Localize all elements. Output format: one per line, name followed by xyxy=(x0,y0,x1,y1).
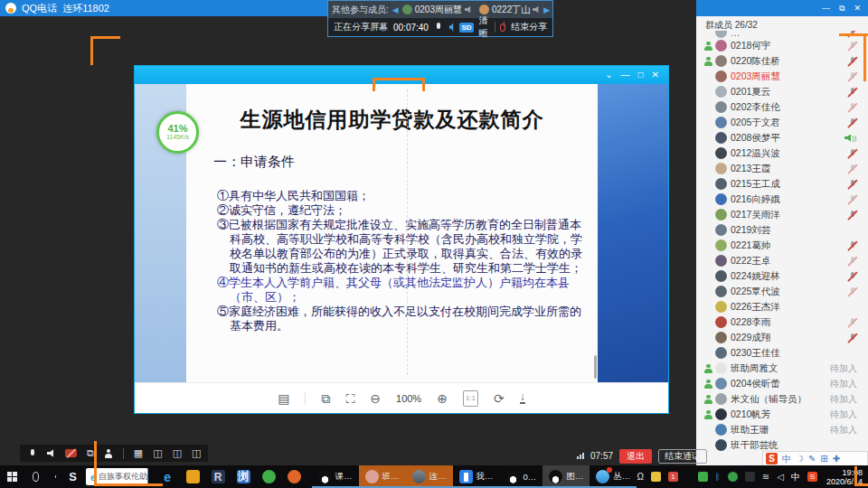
extract-text-icon[interactable]: ⧉ xyxy=(321,392,330,405)
edge-icon[interactable]: e xyxy=(161,470,175,483)
member-row[interactable]: 班助周雅文待加入 xyxy=(696,361,868,376)
mic-muted-icon[interactable] xyxy=(847,256,857,267)
taskbar-window-photo[interactable]: 连… xyxy=(406,465,453,488)
camera-off-icon[interactable] xyxy=(65,449,77,457)
green-dot-icon[interactable] xyxy=(728,472,738,482)
sogou-icon[interactable]: S xyxy=(807,472,817,482)
sogou-logo-icon[interactable]: S xyxy=(766,453,778,465)
close-button[interactable]: ✕ xyxy=(652,70,659,80)
r-app-icon[interactable]: R xyxy=(212,470,225,483)
notification-bell-icon[interactable]: Ω xyxy=(637,473,643,482)
mic-muted-icon[interactable] xyxy=(847,333,857,343)
mic-icon[interactable] xyxy=(434,22,444,33)
close-button[interactable]: ✕ xyxy=(854,5,861,13)
member-row[interactable]: 0221葛帅 xyxy=(696,238,868,253)
member-row[interactable]: 0220陈佳桥 xyxy=(696,53,868,69)
pinned-s-app-icon[interactable]: S xyxy=(69,470,77,483)
start-button[interactable] xyxy=(7,472,13,483)
member-row[interactable]: 0210帆芳待加入 xyxy=(696,407,868,422)
mic-muted-icon[interactable] xyxy=(847,317,857,328)
member-row[interactable]: 0224姚迎林 xyxy=(696,268,868,284)
collapse-button[interactable]: ⌄ xyxy=(605,70,612,80)
mic-muted-icon[interactable] xyxy=(847,164,857,174)
mic-icon[interactable] xyxy=(27,448,37,459)
mic-muted-icon[interactable] xyxy=(847,194,857,205)
ime-item-3[interactable]: ⊞ xyxy=(820,455,827,464)
window-3-icon[interactable]: ◫ xyxy=(192,448,201,458)
speaker-icon[interactable] xyxy=(449,23,455,32)
member-row[interactable]: 0226王杰洋 xyxy=(696,299,868,314)
end-share-power-icon[interactable] xyxy=(500,23,505,32)
taskbar-window-qq[interactable]: 课… xyxy=(312,465,359,488)
member-row[interactable]: 0218何宇 xyxy=(696,38,868,53)
member-row[interactable]: 0230王佳佳 xyxy=(696,345,868,361)
member-row[interactable]: 0222王卓 xyxy=(696,253,868,268)
wifi-icon[interactable]: ≋ xyxy=(762,473,769,482)
mic-muted-icon[interactable] xyxy=(847,240,857,251)
mic-muted-icon[interactable] xyxy=(847,210,857,221)
card-icon[interactable] xyxy=(698,472,708,482)
member-row[interactable]: 0216向婷娥 xyxy=(696,192,868,207)
next-members-icon[interactable]: ▶ xyxy=(543,5,550,14)
member-row[interactable]: 0212温兴波 xyxy=(696,145,868,161)
member-row[interactable]: 0217吴雨洋 xyxy=(696,207,868,222)
member-row[interactable]: 0215王工成 xyxy=(696,176,868,192)
member-row[interactable]: 米文仙（辅导员）待加入 xyxy=(696,391,868,407)
zoom-in-icon[interactable]: ⊕ xyxy=(437,392,448,405)
calendar-icon[interactable]: 1 xyxy=(668,472,678,482)
layout-grid-icon[interactable]: ▦ xyxy=(134,448,143,458)
member-row[interactable]: 0202李佳伦 xyxy=(696,99,868,115)
end-call-button[interactable]: 结束通话 xyxy=(658,449,707,464)
zoom-out-icon[interactable]: ⊖ xyxy=(370,392,381,405)
mic-muted-icon[interactable] xyxy=(847,41,857,52)
member-row[interactable]: 0205于文君 xyxy=(696,115,868,130)
taskbar-window-tim[interactable]: 丛… xyxy=(590,465,637,488)
mic-muted-icon[interactable] xyxy=(847,71,857,82)
ime-item-1[interactable]: ☽ xyxy=(796,455,804,464)
ime-item-4[interactable]: ✚ xyxy=(833,455,840,464)
window-2-icon[interactable]: ◫ xyxy=(173,448,182,458)
download-icon[interactable]: ↓ xyxy=(520,392,525,404)
member-row[interactable]: 0203周丽慧 xyxy=(696,69,868,84)
member-row[interactable]: 0201夏云 xyxy=(696,84,868,99)
volume-icon[interactable]: ◁ xyxy=(777,473,784,482)
taskbar-window-pig[interactable]: 班… xyxy=(359,465,406,488)
ime-lang-indicator[interactable]: 中 xyxy=(791,473,800,482)
weather-icon[interactable] xyxy=(651,472,661,482)
quality-badge[interactable]: SD xyxy=(459,23,473,33)
taskbar-window-qq[interactable]: 0… xyxy=(500,465,543,488)
search-text[interactable]: 自族事权伦助 xyxy=(99,471,147,483)
speaker-icon[interactable] xyxy=(47,449,55,457)
mic-muted-icon[interactable] xyxy=(847,179,857,190)
viewer-scrollbar[interactable] xyxy=(594,355,597,379)
green-app-icon[interactable] xyxy=(262,470,276,483)
mic-muted-icon[interactable] xyxy=(847,87,857,98)
member-row[interactable]: 0228李雨 xyxy=(696,314,868,330)
cn-browser-icon[interactable]: 浏 xyxy=(237,470,250,483)
member-icon[interactable] xyxy=(104,449,113,458)
ime-item-2[interactable]: ✎ xyxy=(808,455,816,464)
member-row[interactable]: 0219刘芸 xyxy=(696,222,868,238)
restore-button[interactable]: ⧉ xyxy=(839,5,844,13)
mic-muted-icon[interactable] xyxy=(847,148,857,159)
cortana-icon[interactable] xyxy=(33,472,39,482)
window-1-icon[interactable]: ◫ xyxy=(153,448,162,458)
member-row[interactable]: 0229成翔 xyxy=(696,330,868,345)
ime-item-0[interactable]: 中 xyxy=(782,455,791,464)
taskbar-window-phone[interactable]: 我… xyxy=(453,465,500,488)
thumbnail-grid-icon[interactable]: ▤ xyxy=(278,392,289,405)
usb-icon[interactable] xyxy=(745,472,755,482)
minimize-button[interactable]: — xyxy=(822,5,830,13)
member-row[interactable]: 班助王珊待加入 xyxy=(696,422,868,437)
member-row[interactable]: 0204侯昕蕾待加入 xyxy=(696,376,868,391)
member-row[interactable]: 0225覃代波 xyxy=(696,284,868,299)
mic-muted-icon[interactable] xyxy=(847,102,857,113)
exit-button[interactable]: 退出 xyxy=(619,449,652,464)
minimize-button[interactable]: — xyxy=(621,70,630,80)
member-row[interactable]: 0208侯梦平 xyxy=(696,130,868,145)
share-window-icon[interactable]: ⧉ xyxy=(87,448,94,458)
maximize-button[interactable]: □ xyxy=(638,70,644,80)
mic-muted-icon[interactable] xyxy=(847,271,857,282)
member-row[interactable]: 0213王霞 xyxy=(696,161,868,176)
bluetooth-icon[interactable]: ᛒ xyxy=(715,473,721,482)
